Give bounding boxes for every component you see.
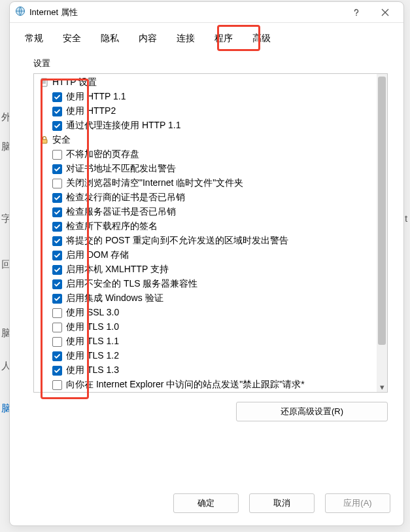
tree-item[interactable]: 使用 TLS 1.2 <box>37 349 377 363</box>
dialog-footer: 确定 取消 应用(A) <box>10 489 403 525</box>
tree-item-label: 使用 HTTP2 <box>66 105 116 117</box>
tree-item[interactable]: 启用 DOM 存储 <box>37 248 377 262</box>
checkbox[interactable] <box>52 265 62 275</box>
window-title: Internet 属性 <box>29 7 78 18</box>
cancel-button[interactable]: 取消 <box>249 493 315 513</box>
tree-category-label: HTTP 设置 <box>52 77 97 88</box>
checkbox[interactable] <box>52 323 62 332</box>
advanced-panel: 设置 HTTP 设置使用 HTTP 1.1使用 HTTP2通过代理连接使用 HT… <box>10 50 403 489</box>
vertical-scrollbar[interactable]: ▴ ▾ <box>377 74 387 392</box>
scrollbar-thumb[interactable] <box>378 77 386 345</box>
svg-point-1 <box>356 14 357 16</box>
checkbox[interactable] <box>52 294 62 304</box>
checkbox[interactable] <box>52 193 62 203</box>
lock-icon <box>39 135 50 145</box>
tree-category: HTTP 设置 <box>37 75 377 90</box>
tab-advanced[interactable]: 高级 <box>243 28 281 50</box>
tree-item-label: 使用 TLS 1.0 <box>66 321 119 333</box>
svg-rect-3 <box>42 139 47 143</box>
tab-privacy[interactable]: 隐私 <box>91 28 129 50</box>
checkbox[interactable] <box>52 308 62 318</box>
tree-category: 安全 <box>37 133 377 147</box>
tree-item[interactable]: 启用不安全的 TLS 服务器兼容性 <box>37 277 377 291</box>
tree-item[interactable]: 使用 TLS 1.1 <box>37 334 377 349</box>
tree-item[interactable]: 将提交的 POST 重定向到不允许发送的区域时发出警告 <box>37 234 377 248</box>
tree-item-label: 不将加密的页存盘 <box>66 149 139 160</box>
tree-item[interactable]: 向你在 Internet Explorer 中访问的站点发送"禁止跟踪"请求* <box>37 378 377 392</box>
tab-programs[interactable]: 程序 <box>205 28 243 50</box>
checkbox[interactable] <box>52 366 62 376</box>
titlebar: Internet 属性 <box>10 2 403 23</box>
tree-item-label: 启用集成 Windows 验证 <box>66 293 163 304</box>
tree-item[interactable]: 对证书地址不匹配发出警告 <box>37 162 377 176</box>
tree-item-label: 使用 TLS 1.2 <box>66 350 119 362</box>
bg-hint: t <box>405 213 407 224</box>
tree-item[interactable]: 检查发行商的证书是否已吊销 <box>37 190 377 205</box>
internet-properties-dialog: Internet 属性 常规 安全 隐私 内容 连接 程序 高级 设置 HTTP… <box>9 1 404 526</box>
tree-item-label: 检查发行商的证书是否已吊销 <box>66 192 185 204</box>
tree-item-label: 启用不安全的 TLS 服务器兼容性 <box>66 278 197 290</box>
checkbox[interactable] <box>52 279 62 289</box>
tree-item[interactable]: 启用本机 XMLHTTP 支持 <box>37 262 377 277</box>
checkbox[interactable] <box>52 337 62 347</box>
tree-item-label: 使用 TLS 1.3 <box>66 364 119 376</box>
checkbox[interactable] <box>52 251 62 260</box>
internet-options-icon <box>15 6 26 18</box>
tree-item-label: 关闭浏览器时清空"Internet 临时文件"文件夹 <box>66 177 243 189</box>
tree-item-label: 对证书地址不匹配发出警告 <box>66 163 176 175</box>
scroll-down-icon[interactable]: ▾ <box>377 381 387 392</box>
close-button[interactable] <box>371 3 400 22</box>
checkbox[interactable] <box>52 121 62 131</box>
restore-advanced-button[interactable]: 还原高级设置(R) <box>236 402 388 421</box>
tab-strip: 常规 安全 隐私 内容 连接 程序 高级 <box>10 23 403 50</box>
checkbox[interactable] <box>52 222 62 232</box>
checkbox[interactable] <box>52 107 62 116</box>
checkbox[interactable] <box>52 380 62 390</box>
settings-tree: HTTP 设置使用 HTTP 1.1使用 HTTP2通过代理连接使用 HTTP … <box>33 73 388 393</box>
tree-item[interactable]: 使用 SSL 3.0 <box>37 306 377 320</box>
tree-item-label: 使用 SSL 3.0 <box>66 307 119 319</box>
tab-general[interactable]: 常规 <box>15 28 53 50</box>
tree-item-label: 检查所下载程序的签名 <box>66 221 158 232</box>
tree-item[interactable]: 不将加密的页存盘 <box>37 147 377 162</box>
checkbox[interactable] <box>52 150 62 160</box>
tree-item[interactable]: 使用 TLS 1.3 <box>37 363 377 378</box>
tree-item[interactable]: 检查服务器证书是否已吊销 <box>37 205 377 219</box>
help-button[interactable] <box>342 3 371 22</box>
tree-item[interactable]: 启用集成 Windows 验证 <box>37 291 377 306</box>
tree-item[interactable]: 关闭浏览器时清空"Internet 临时文件"文件夹 <box>37 176 377 190</box>
tree-item[interactable]: 检查所下载程序的签名 <box>37 219 377 234</box>
tree-item-label: 通过代理连接使用 HTTP 1.1 <box>66 120 181 132</box>
settings-label: 设置 <box>33 58 388 69</box>
tree-item[interactable]: 使用 HTTP2 <box>37 104 377 118</box>
tree-item[interactable]: 使用 HTTP 1.1 <box>37 90 377 104</box>
checkbox[interactable] <box>52 236 62 246</box>
tree-item-label: 使用 TLS 1.1 <box>66 336 119 347</box>
settings-tree-viewport[interactable]: HTTP 设置使用 HTTP 1.1使用 HTTP2通过代理连接使用 HTTP … <box>34 74 377 392</box>
tree-item-label: 使用 HTTP 1.1 <box>66 91 126 103</box>
tab-content[interactable]: 内容 <box>129 28 167 50</box>
tree-item-label: 将提交的 POST 重定向到不允许发送的区域时发出警告 <box>66 235 288 247</box>
apply-button[interactable]: 应用(A) <box>325 493 390 513</box>
checkbox[interactable] <box>52 207 62 217</box>
svg-rect-2 <box>41 79 47 86</box>
ok-button[interactable]: 确定 <box>173 493 239 513</box>
tree-item[interactable]: 使用 TLS 1.0 <box>37 320 377 334</box>
tree-item-label: 启用本机 XMLHTTP 支持 <box>66 264 169 275</box>
tab-security[interactable]: 安全 <box>53 28 91 50</box>
tree-item[interactable]: 通过代理连接使用 HTTP 1.1 <box>37 118 377 133</box>
checkbox[interactable] <box>52 351 62 361</box>
page-icon <box>39 77 50 88</box>
tree-item-label: 检查服务器证书是否已吊销 <box>66 206 176 218</box>
tree-item-label: 启用 DOM 存储 <box>66 249 129 261</box>
tree-category-label: 安全 <box>52 134 71 146</box>
checkbox[interactable] <box>52 164 62 174</box>
tab-connections[interactable]: 连接 <box>167 28 205 50</box>
checkbox[interactable] <box>52 179 62 188</box>
tree-item-label: 向你在 Internet Explorer 中访问的站点发送"禁止跟踪"请求* <box>66 379 305 391</box>
checkbox[interactable] <box>52 92 62 102</box>
